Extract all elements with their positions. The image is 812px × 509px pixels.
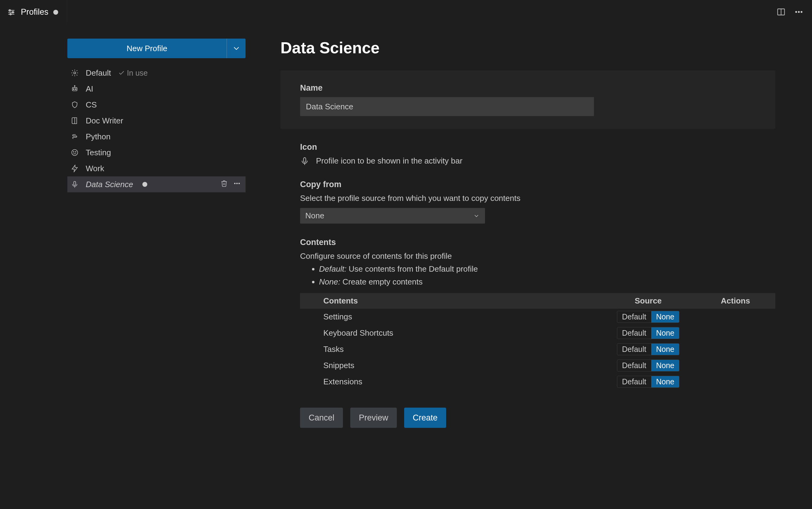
th-source: Source: [601, 293, 696, 309]
source-toggle[interactable]: DefaultNone: [617, 327, 680, 339]
cancel-button[interactable]: Cancel: [300, 408, 343, 428]
book-icon: [69, 117, 80, 125]
editor-actions: [776, 0, 812, 24]
sidebar-item-label: Data Science: [86, 180, 133, 189]
table-row: TasksDefaultNone: [300, 341, 775, 358]
copy-from-desc: Select the profile source from which you…: [300, 194, 775, 203]
sidebar-item-label: CS: [86, 100, 97, 110]
source-option-default[interactable]: Default: [617, 360, 651, 371]
name-label: Name: [300, 83, 756, 93]
in-use-badge: In use: [118, 69, 148, 77]
source-option-none[interactable]: None: [651, 328, 679, 339]
svg-point-6: [798, 11, 800, 12]
bolt-icon: [69, 165, 80, 172]
sidebar-item-label: Testing: [86, 148, 111, 158]
svg-point-10: [73, 89, 74, 90]
sidebar-item-ai[interactable]: AI: [67, 81, 246, 97]
table-row: Keyboard ShortcutsDefaultNone: [300, 325, 775, 341]
more-icon[interactable]: [233, 180, 241, 189]
source-toggle[interactable]: DefaultNone: [617, 376, 680, 388]
shield-icon: [69, 101, 80, 109]
split-editor-icon[interactable]: [776, 7, 786, 16]
tab-label: Profiles: [21, 7, 48, 17]
create-button[interactable]: Create: [404, 408, 446, 428]
source-option-default[interactable]: Default: [617, 328, 651, 339]
source-option-none[interactable]: None: [651, 311, 679, 323]
copy-from-label: Copy from: [300, 180, 775, 189]
table-row: ExtensionsDefaultNone: [300, 374, 775, 390]
mic-icon: [69, 180, 80, 188]
source-option-none[interactable]: None: [651, 360, 679, 371]
robot-icon: [69, 85, 80, 93]
smile-icon: [69, 148, 80, 157]
contents-label: Contents: [300, 238, 775, 247]
copy-from-select[interactable]: None: [300, 208, 485, 224]
profile-icon-picker[interactable]: [300, 157, 309, 166]
svg-point-11: [75, 89, 76, 90]
th-actions: Actions: [696, 293, 775, 309]
svg-point-15: [72, 149, 78, 156]
new-profile-button-row: New Profile: [67, 39, 246, 58]
source-option-default[interactable]: Default: [617, 344, 651, 355]
gear-icon: [69, 69, 80, 77]
settings-icon: [7, 8, 16, 17]
source-option-default[interactable]: Default: [617, 376, 651, 387]
sidebar-item-label: Default: [86, 68, 111, 78]
sidebar-item-testing[interactable]: Testing: [67, 144, 246, 161]
source-option-none[interactable]: None: [651, 344, 679, 355]
tab-bar: Profiles: [0, 0, 812, 24]
svg-point-8: [74, 72, 76, 74]
contents-bullet-none: None: Create empty contents: [319, 276, 775, 289]
svg-point-13: [74, 86, 75, 86]
new-profile-dropdown[interactable]: [226, 39, 246, 58]
svg-point-5: [796, 11, 797, 12]
sidebar-item-python[interactable]: Python: [67, 129, 246, 144]
source-toggle[interactable]: DefaultNone: [617, 360, 680, 372]
sidebar-item-label: Doc Writer: [86, 116, 123, 126]
sidebar-item-label: AI: [86, 84, 94, 94]
content-row-label: Snippets: [300, 358, 601, 374]
icon-label: Icon: [300, 142, 775, 152]
profile-name-input[interactable]: [300, 97, 594, 116]
sidebar-item-label: Python: [86, 132, 110, 141]
sidebar-item-label: Work: [86, 164, 104, 173]
profiles-list: DefaultIn useAICSDoc WriterPythonTesting…: [67, 65, 246, 192]
icon-desc: Profile icon to be shown in the activity…: [316, 156, 462, 166]
content-row-label: Keyboard Shortcuts: [300, 325, 601, 341]
table-row: SettingsDefaultNone: [300, 309, 775, 325]
svg-point-7: [801, 11, 802, 12]
preview-button[interactable]: Preview: [350, 408, 397, 428]
content-row-label: Settings: [300, 309, 601, 325]
sidebar-item-cs[interactable]: CS: [67, 97, 246, 113]
source-toggle[interactable]: DefaultNone: [617, 343, 680, 355]
page-title: Data Science: [280, 39, 775, 57]
copy-from-value: None: [305, 211, 324, 220]
snake-icon: [69, 133, 80, 141]
source-toggle[interactable]: DefaultNone: [617, 311, 680, 323]
more-icon[interactable]: [794, 7, 804, 16]
tab-profiles[interactable]: Profiles: [0, 0, 67, 24]
contents-desc: Configure source of contents for this pr…: [300, 251, 775, 261]
profile-form-panel: Data Science Name Icon Profile icon to b…: [260, 24, 812, 502]
content-row-label: Tasks: [300, 341, 601, 358]
sidebar-item-default[interactable]: DefaultIn use: [67, 65, 246, 81]
sidebar-item-doc-writer[interactable]: Doc Writer: [67, 113, 246, 129]
source-option-none[interactable]: None: [651, 376, 679, 387]
svg-rect-24: [304, 158, 306, 162]
sidebar-item-work[interactable]: Work: [67, 161, 246, 176]
svg-point-22: [236, 183, 237, 184]
th-contents: Contents: [300, 293, 601, 309]
dirty-dot-icon: [53, 10, 58, 15]
svg-point-23: [239, 183, 240, 184]
svg-point-21: [234, 183, 235, 184]
dirty-dot-icon: [142, 182, 147, 187]
contents-table: Contents Source Actions SettingsDefaultN…: [300, 293, 775, 390]
new-profile-button[interactable]: New Profile: [67, 39, 226, 58]
sidebar-item-data-science[interactable]: Data Science: [67, 176, 246, 192]
svg-rect-19: [74, 181, 76, 185]
source-option-default[interactable]: Default: [617, 311, 651, 323]
table-row: SnippetsDefaultNone: [300, 358, 775, 374]
delete-icon[interactable]: [220, 180, 228, 189]
svg-marker-18: [72, 165, 77, 172]
content-row-label: Extensions: [300, 374, 601, 390]
